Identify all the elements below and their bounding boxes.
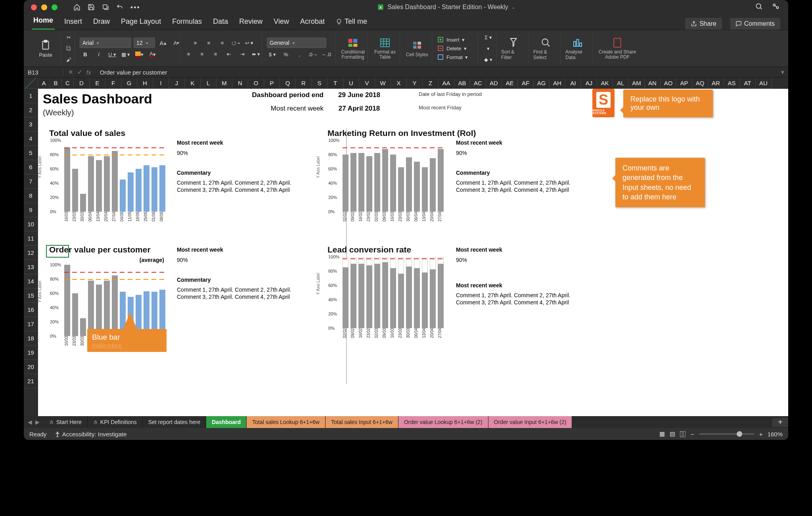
col-L[interactable]: L xyxy=(201,78,216,89)
status-accessibility[interactable]: Accessibility: Investigate xyxy=(54,431,126,438)
sheet-tab-start-here[interactable]: Start Here xyxy=(44,416,88,428)
name-box[interactable]: B13 xyxy=(24,69,63,76)
sheet-tab-total-sales-lookup-6-1-6w[interactable]: Total sales Lookup 6+1+6w xyxy=(247,416,326,428)
font-size-combo[interactable]: 12▾ xyxy=(134,38,155,48)
col-AT[interactable]: AT xyxy=(740,78,756,89)
view-normal-icon[interactable]: ▦ xyxy=(659,430,665,438)
col-AH[interactable]: AH xyxy=(550,78,565,89)
col-Y[interactable]: Y xyxy=(407,78,423,89)
tab-acrobat[interactable]: Acrobat xyxy=(299,15,326,30)
currency-icon[interactable]: $ ▾ xyxy=(267,50,278,59)
align-middle-icon[interactable]: ≡ xyxy=(203,38,214,48)
comma-icon[interactable]: , xyxy=(294,50,305,59)
cut-icon[interactable]: ✂ xyxy=(63,32,75,42)
delete-cells-button[interactable]: Delete ▾ xyxy=(437,45,467,52)
align-bottom-icon[interactable]: ≡ xyxy=(217,38,228,48)
cell-styles-button[interactable]: Cell Styles xyxy=(405,39,429,57)
sheet-tab-dashboard[interactable]: Dashboard xyxy=(206,416,247,428)
row-11[interactable]: 11 xyxy=(24,231,38,246)
col-AP[interactable]: AP xyxy=(676,78,692,89)
col-AI[interactable]: AI xyxy=(565,78,581,89)
col-V[interactable]: V xyxy=(359,78,375,89)
search-icon[interactable] xyxy=(755,2,763,12)
italic-icon[interactable]: I xyxy=(93,50,104,59)
inc-decimal-icon[interactable]: .0→ xyxy=(307,50,318,59)
col-B[interactable]: B xyxy=(50,78,62,89)
col-N[interactable]: N xyxy=(232,78,248,89)
select-all-corner[interactable] xyxy=(24,78,38,89)
align-right-icon[interactable]: ≡ xyxy=(210,49,221,59)
row-14[interactable]: 14 xyxy=(24,274,38,289)
dec-decimal-icon[interactable]: ←.0 xyxy=(321,50,332,59)
share-button[interactable]: Share xyxy=(685,18,722,30)
sort-filter-button[interactable]: Sort & Filter xyxy=(501,36,526,60)
share-platform-icon[interactable] xyxy=(772,2,779,12)
row-4[interactable]: 4 xyxy=(24,132,38,146)
format-painter-icon[interactable]: 🖌 xyxy=(63,55,75,64)
copy-icon[interactable]: ⿻ xyxy=(63,44,75,53)
col-AD[interactable]: AD xyxy=(486,78,502,89)
analyse-data-button[interactable]: Analyse Data xyxy=(565,36,590,60)
row-10[interactable]: 10 xyxy=(24,217,38,231)
row-header-column[interactable]: 123456789101112131415161718192021 xyxy=(24,89,38,416)
sheet-tab-total-sales-input-6-1-6w[interactable]: Total sales Input 6+1+6w xyxy=(326,416,398,428)
col-A[interactable]: A xyxy=(38,78,50,89)
col-AU[interactable]: AU xyxy=(756,78,772,89)
minimize-window-icon[interactable] xyxy=(41,4,47,10)
col-AO[interactable]: AO xyxy=(661,78,676,89)
col-J[interactable]: J xyxy=(169,78,185,89)
font-family-combo[interactable]: Arial▾ xyxy=(80,38,131,48)
worksheet-area[interactable]: Sales Dashboard (Weekly) Dashboard perio… xyxy=(38,89,788,416)
clear-icon[interactable]: ◆ ▾ xyxy=(483,55,494,64)
adobe-pdf-button[interactable]: Create and Share Adobe PDF xyxy=(598,37,637,60)
align-top-icon[interactable]: ≡ xyxy=(190,38,201,48)
row-6[interactable]: 6 xyxy=(24,160,38,174)
col-D[interactable]: D xyxy=(74,78,90,89)
format-as-table-button[interactable]: Format as Table xyxy=(373,37,397,60)
fill-down-icon[interactable]: ▾ xyxy=(483,44,494,53)
col-S[interactable]: S xyxy=(312,78,327,89)
col-T[interactable]: T xyxy=(327,78,343,89)
add-sheet-button[interactable]: + xyxy=(772,418,788,427)
col-P[interactable]: P xyxy=(264,78,280,89)
format-cells-button[interactable]: Format ▾ xyxy=(437,54,468,61)
row-9[interactable]: 9 xyxy=(24,203,38,217)
row-20[interactable]: 20 xyxy=(24,360,38,374)
close-window-icon[interactable] xyxy=(31,4,37,10)
zoom-out-icon[interactable]: − xyxy=(691,431,694,438)
col-M[interactable]: M xyxy=(216,78,232,89)
col-Q[interactable]: Q xyxy=(280,78,296,89)
view-page-layout-icon[interactable]: ▤ xyxy=(670,430,675,438)
col-AQ[interactable]: AQ xyxy=(692,78,708,89)
align-left-icon[interactable]: ≡ xyxy=(183,49,194,59)
tab-formulas[interactable]: Formulas xyxy=(170,15,203,30)
row-5[interactable]: 5 xyxy=(24,146,38,160)
decrease-font-icon[interactable]: A▾ xyxy=(171,38,182,48)
col-AJ[interactable]: AJ xyxy=(581,78,597,89)
row-17[interactable]: 17 xyxy=(24,317,38,331)
row-21[interactable]: 21 xyxy=(24,374,38,388)
col-E[interactable]: E xyxy=(90,78,105,89)
col-Z[interactable]: Z xyxy=(423,78,439,89)
tell-me[interactable]: Tell me xyxy=(334,15,369,30)
zoom-value[interactable]: 160% xyxy=(768,431,783,438)
conditional-formatting-button[interactable]: Conditional Formatting xyxy=(341,37,365,60)
col-AL[interactable]: AL xyxy=(613,78,629,89)
formula-value[interactable]: Order value per customer xyxy=(96,69,171,76)
fill-color-icon[interactable]: ▾ xyxy=(134,50,145,59)
sheet-prev-icon[interactable]: ◀ xyxy=(28,419,32,425)
col-AE[interactable]: AE xyxy=(502,78,518,89)
col-AC[interactable]: AC xyxy=(470,78,486,89)
col-O[interactable]: O xyxy=(248,78,264,89)
sheet-tab-order-value-lookup-6-1-6w-2-[interactable]: Order value Lookup 6+1+6w (2) xyxy=(398,416,488,428)
fullscreen-window-icon[interactable] xyxy=(52,4,57,10)
sheet-tab-kpi-definitions[interactable]: KPI Definitions xyxy=(88,416,143,428)
row-7[interactable]: 7 xyxy=(24,174,38,189)
save-all-icon[interactable] xyxy=(102,4,109,11)
comments-button[interactable]: Comments xyxy=(730,18,780,30)
col-I[interactable]: I xyxy=(153,78,169,89)
tab-insert[interactable]: Insert xyxy=(63,15,84,30)
title-chevron-icon[interactable]: ⌄ xyxy=(511,4,515,10)
view-page-break-icon[interactable]: ⿲ xyxy=(680,431,686,438)
number-format-combo[interactable]: General▾ xyxy=(267,38,326,48)
